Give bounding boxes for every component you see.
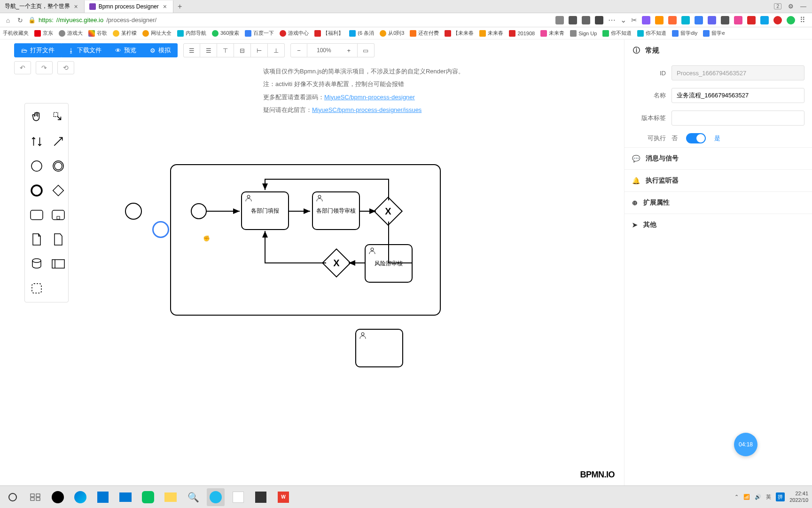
align-left-button[interactable]: ☰ — [183, 43, 200, 57]
bookmark-item[interactable]: (6 条消 — [349, 30, 374, 37]
bookmark-item[interactable]: 留学e — [703, 30, 725, 37]
ext-icon[interactable] — [642, 16, 650, 24]
timer-bubble[interactable]: 04:18 — [734, 433, 757, 456]
spare-start-event[interactable] — [125, 203, 142, 220]
zoom-in-button[interactable]: + — [341, 43, 358, 57]
zoom-out-button[interactable]: − — [290, 43, 307, 57]
bookmark-item[interactable]: 还在付费 — [410, 30, 439, 37]
minimize-icon[interactable]: — — [800, 3, 806, 10]
ext-icon[interactable] — [655, 16, 664, 24]
search-icon[interactable]: 🔍 — [184, 488, 202, 506]
bookmark-item[interactable]: 某柠檬 — [113, 30, 137, 37]
ext-icon[interactable] — [760, 16, 769, 24]
bookmark-item[interactable]: 谷歌 — [88, 30, 107, 37]
bookmark-item[interactable]: 未来春 — [479, 30, 503, 37]
home-icon[interactable]: ⌂ — [4, 16, 12, 24]
ie-icon[interactable] — [207, 488, 225, 506]
translate-icon[interactable] — [582, 16, 590, 24]
open-file-button[interactable]: 🗁打开文件 — [14, 43, 62, 57]
align-top-button[interactable]: ⊤ — [217, 43, 234, 57]
bpmn-canvas[interactable]: 各部门填报 各部门领导审核 X X 风险部审核 — [0, 58, 624, 485]
ext-icon[interactable] — [734, 16, 742, 24]
new-tab-button[interactable]: + — [173, 2, 187, 11]
close-icon[interactable]: × — [162, 3, 168, 10]
align-right-button[interactable]: ☰ — [200, 43, 217, 57]
favicon-icon — [89, 3, 96, 10]
chevron-down-icon[interactable]: ⌄ — [620, 16, 626, 24]
align-center-button[interactable]: ⊢ — [251, 43, 268, 57]
accordion-ext-props[interactable]: ⊕ 扩展属性 — [625, 191, 812, 214]
chevron-up-icon[interactable]: ⌃ — [734, 494, 739, 500]
bookmark-item[interactable]: 【未来春 — [445, 30, 474, 37]
ext-icon[interactable] — [787, 16, 795, 24]
ext-icon[interactable] — [681, 16, 690, 24]
ext-icon[interactable] — [747, 16, 756, 24]
bookmark-item[interactable]: 你不知道 — [637, 30, 666, 37]
accordion-messages[interactable]: 💬 消息与信号 — [625, 147, 812, 169]
bookmark-item[interactable]: 游戏大 — [59, 30, 83, 37]
zoom-fit-button[interactable]: ▭ — [358, 43, 375, 57]
simulate-button[interactable]: ⚙模拟 — [143, 43, 178, 57]
url-display[interactable]: 🔒 https://miyuesc.gitee.io/process-desig… — [28, 16, 156, 24]
more-icon[interactable]: ⋯ — [608, 16, 616, 24]
preview-button[interactable]: 👁预览 — [109, 43, 143, 57]
bookmark-item[interactable]: 你不知道 — [602, 30, 632, 37]
align-middle-button[interactable]: ⊟ — [234, 43, 251, 57]
selected-element[interactable] — [152, 221, 169, 238]
bookmark-item[interactable]: 游戏中心 — [280, 30, 309, 37]
app-icon[interactable] — [49, 488, 67, 506]
ext-icon[interactable] — [708, 16, 716, 24]
window-count-badge[interactable]: 2 — [774, 3, 781, 9]
app-icon[interactable] — [229, 488, 247, 506]
bookmark-item[interactable]: 【福利】 — [314, 30, 344, 37]
accordion-listeners[interactable]: 🔔 执行监听器 — [625, 169, 812, 191]
browser-tab-1[interactable]: Bpmn process Designer × — [85, 0, 173, 13]
version-field[interactable] — [671, 111, 804, 126]
ext-icon[interactable] — [555, 16, 564, 24]
close-icon[interactable]: × — [73, 3, 79, 10]
bookmark-item[interactable]: 201908 — [509, 30, 535, 37]
accordion-other[interactable]: ➤ 其他 — [625, 214, 812, 236]
bookmark-item[interactable]: 未来青 — [540, 30, 564, 37]
executable-toggle[interactable] — [686, 133, 706, 143]
align-bottom-button[interactable]: ⊥ — [268, 43, 285, 57]
ime-mode[interactable]: 拼 — [776, 492, 785, 501]
mail-icon[interactable] — [117, 488, 134, 506]
wps-icon[interactable]: W — [274, 488, 292, 506]
bookmark-item[interactable]: 京东 — [34, 30, 53, 37]
start-icon[interactable] — [4, 488, 22, 506]
bookmark-item[interactable]: 手机收藏夹 — [3, 30, 29, 37]
scissors-icon[interactable]: ✂ — [631, 16, 637, 24]
ext-icon[interactable] — [569, 16, 577, 24]
user-task-empty[interactable] — [355, 329, 403, 367]
ime-indicator[interactable]: 英 — [766, 493, 771, 500]
download-button[interactable]: ⭳下载文件 — [62, 43, 109, 57]
clock[interactable]: 22:41 2022/10 — [789, 491, 808, 503]
puzzle-icon[interactable]: ⚙ — [788, 3, 794, 10]
apps-icon[interactable]: ⠿ — [800, 16, 805, 24]
panel-header-general[interactable]: ⓘ 常规 — [625, 40, 812, 62]
wifi-icon[interactable]: 📶 — [743, 494, 750, 500]
adblock-icon[interactable] — [773, 16, 782, 24]
explorer-icon[interactable] — [162, 488, 180, 506]
edge-icon[interactable] — [71, 488, 89, 506]
ext-icon[interactable] — [595, 16, 603, 24]
name-field[interactable] — [671, 88, 804, 103]
browser-tab-0[interactable]: 导航_一个主页，整个世界 × — [0, 0, 85, 13]
ext-icon[interactable] — [668, 16, 677, 24]
store-icon[interactable] — [94, 488, 112, 506]
ext-icon[interactable] — [695, 16, 703, 24]
bookmark-item[interactable]: 内部导航 — [177, 30, 206, 37]
bookmark-item[interactable]: 留学diy — [672, 30, 697, 37]
bookmark-item[interactable]: 网址大全 — [142, 30, 172, 37]
bookmark-item[interactable]: Sign Up — [570, 30, 597, 37]
bookmark-item[interactable]: 从0到3 — [380, 30, 404, 37]
reload-icon[interactable]: ↻ — [16, 16, 24, 24]
app-icon[interactable] — [252, 488, 270, 506]
taskview-icon[interactable] — [26, 488, 44, 506]
bookmark-item[interactable]: 百度一下 — [245, 30, 274, 37]
ext-icon[interactable] — [721, 16, 729, 24]
wechat-icon[interactable] — [139, 488, 157, 506]
volume-icon[interactable]: 🔊 — [755, 494, 761, 500]
bookmark-item[interactable]: 360搜索 — [212, 30, 239, 37]
